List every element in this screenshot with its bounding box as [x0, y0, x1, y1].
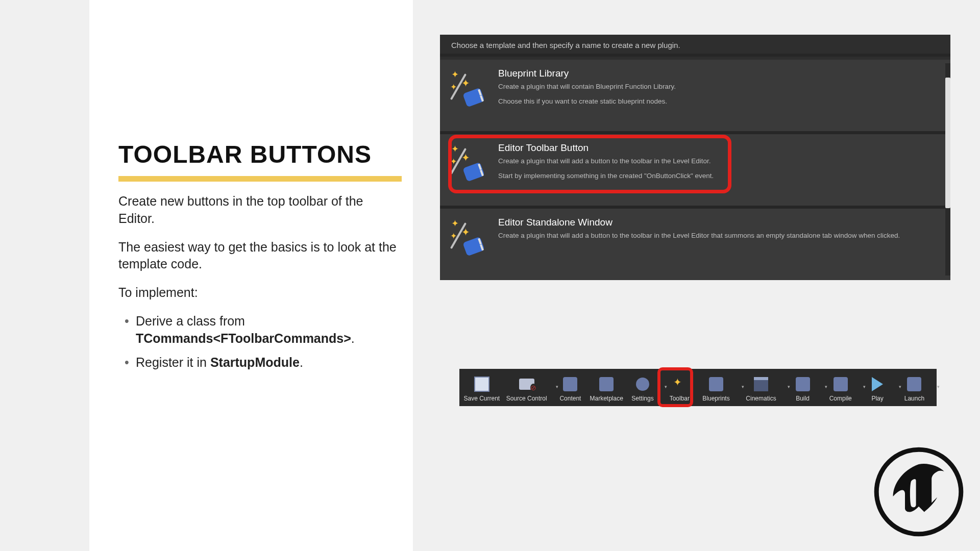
toolbar-save-current[interactable]: Save Current [460, 370, 503, 405]
plugin-row-title: Blueprint Library [498, 68, 945, 79]
plugin-row-text: Editor Toolbar Button Create a plugin th… [498, 141, 945, 181]
toolbar-launch[interactable]: Launch ▾ [897, 370, 936, 405]
toolbar-label: Save Current [463, 395, 500, 402]
play-icon [869, 375, 886, 393]
plugin-panel-header: Choose a template and then specify a nam… [440, 35, 950, 54]
divider [440, 54, 950, 57]
toolbar-blueprints[interactable]: Blueprints ▾ [696, 370, 740, 405]
toolbar-label: Source Control [506, 395, 547, 402]
chevron-down-icon: ▾ [937, 384, 940, 389]
plugin-row-desc: Create a plugin that will add a button t… [498, 231, 945, 241]
body-p1: Create new buttons in the top toolbar of… [118, 193, 402, 228]
toolbar-custom-toolbar-button[interactable]: Toolbar [663, 370, 696, 405]
wand-plug-icon: ✦✦✦ [447, 144, 491, 188]
plugin-list-scrollbar[interactable] [945, 63, 950, 276]
toolbar-marketplace[interactable]: Marketplace [586, 370, 626, 405]
title-underline [118, 176, 402, 182]
plugin-row-text: Editor Standalone Window Create a plugin… [498, 216, 945, 241]
toolbar-play[interactable]: Play ▾ [862, 370, 897, 405]
plugin-row-title: Editor Toolbar Button [498, 142, 945, 154]
launch-icon [905, 375, 923, 393]
body-li2: Register it in StartupModule. [136, 354, 402, 371]
scrollbar-thumb[interactable] [945, 78, 950, 208]
unreal-engine-logo-icon [873, 446, 965, 538]
toolbar-label: Compile [829, 395, 852, 402]
content-icon [561, 375, 579, 393]
wand-icon [671, 375, 688, 393]
toolbar-label: Launch [904, 395, 924, 402]
plugin-row-blueprint-library[interactable]: ✦✦✦ Blueprint Library Create a plugin th… [440, 60, 950, 134]
toolbar-label: Marketplace [590, 395, 623, 402]
plugin-row-editor-toolbar-button[interactable]: ✦✦✦ Editor Toolbar Button Create a plugi… [440, 134, 950, 209]
body-p2: The easiest way to get the basics is to … [118, 239, 402, 273]
toolbar-label: Settings [631, 395, 653, 402]
toolbar-compile[interactable]: Compile ▾ [823, 370, 862, 405]
toolbar-content[interactable]: Content [554, 370, 586, 405]
wand-plug-icon: ✦✦✦ [447, 70, 491, 114]
clapperboard-icon [752, 375, 770, 393]
plugin-template-list: ✦✦✦ Blueprint Library Create a plugin th… [440, 60, 950, 280]
slide-text-panel: TOOLBAR BUTTONS Create new buttons in th… [89, 0, 413, 551]
save-icon [473, 375, 491, 393]
plugin-row-title: Editor Standalone Window [498, 217, 945, 228]
toolbar-label: Play [871, 395, 883, 402]
plugin-template-panel: Choose a template and then specify a nam… [440, 35, 950, 279]
build-icon [794, 375, 812, 393]
editor-toolbar: Save Current Source Control ▾ Content Ma… [459, 369, 937, 406]
body-li1: Derive a class from TCommands<FToolbarCo… [136, 313, 402, 347]
toolbar-source-control[interactable]: Source Control ▾ [503, 370, 554, 405]
body-p3: To implement: [118, 284, 402, 302]
plugin-row-desc: Create a plugin that will add a button t… [498, 157, 945, 181]
gear-icon [634, 375, 651, 393]
blueprints-icon [707, 375, 725, 393]
wand-plug-icon: ✦✦✦ [447, 219, 491, 263]
toolbar-cinematics[interactable]: Cinematics ▾ [740, 370, 786, 405]
slide-body: Create new buttons in the top toolbar of… [118, 193, 402, 379]
compile-icon [832, 375, 849, 393]
plugin-row-editor-standalone-window[interactable]: ✦✦✦ Editor Standalone Window Create a pl… [440, 209, 950, 280]
toolbar-settings[interactable]: Settings ▾ [626, 370, 663, 405]
marketplace-icon [598, 375, 615, 393]
toolbar-label: Content [559, 395, 581, 402]
toolbar-label: Build [796, 395, 810, 402]
toolbar-label: Blueprints [702, 395, 729, 402]
toolbar-build[interactable]: Build ▾ [786, 370, 823, 405]
slide-title: TOOLBAR BUTTONS [118, 140, 372, 168]
folder-icon [518, 375, 535, 393]
toolbar-label: Cinematics [746, 395, 776, 402]
toolbar-label: Toolbar [670, 395, 690, 402]
plugin-row-text: Blueprint Library Create a plugin that w… [498, 67, 945, 107]
plugin-row-desc: Create a plugin that will contain Bluepr… [498, 82, 945, 107]
